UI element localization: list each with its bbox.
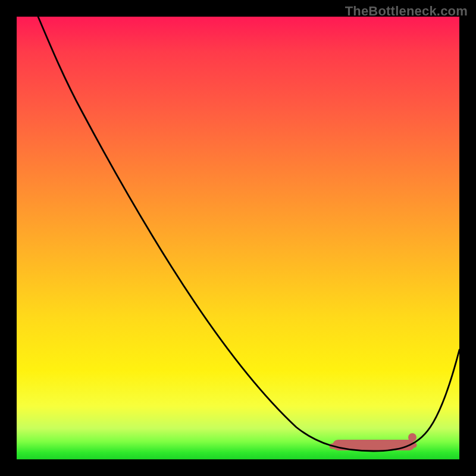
marker-dot [408, 433, 416, 441]
plot-area [17, 17, 459, 459]
watermark-text: TheBottleneck.com [345, 4, 468, 19]
chart-svg [17, 17, 459, 459]
chart-container: TheBottleneck.com [0, 0, 476, 476]
bottleneck-curve [38, 17, 459, 451]
optimal-range-band-inner [332, 445, 414, 446]
